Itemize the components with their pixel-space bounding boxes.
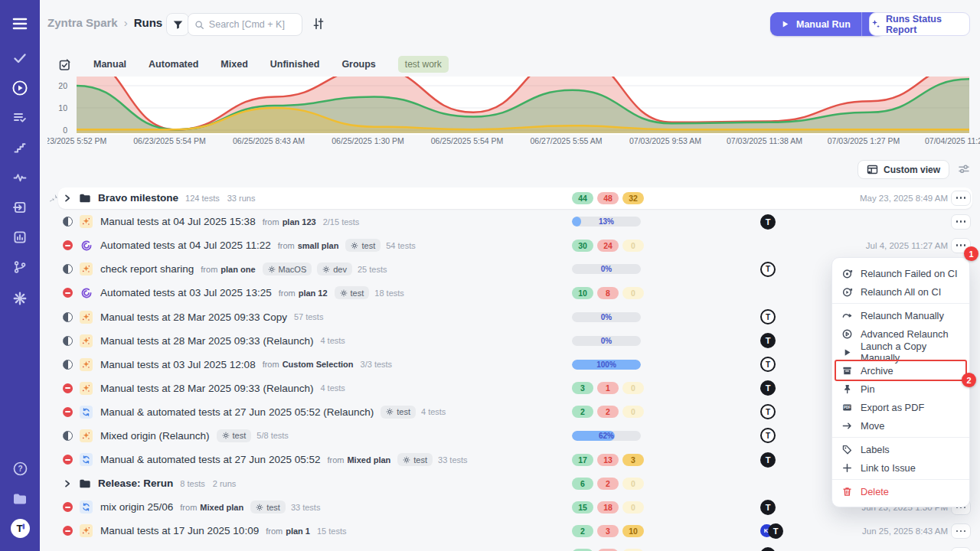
menu-item-delete[interactable]: Delete: [832, 482, 969, 500]
run-title[interactable]: Automated tests at 03 Jul 2025 13:25: [100, 287, 272, 298]
tab-unfinished[interactable]: Unfinished: [270, 59, 320, 70]
menu-item-export-as-pdf[interactable]: PDFExport as PDF: [832, 398, 969, 416]
filter-funnel-button[interactable]: [166, 13, 189, 36]
avatar[interactable]: T: [760, 214, 776, 230]
projects-folder-icon[interactable]: [0, 488, 40, 510]
run-title[interactable]: Manual & automated tests at 27 Jun 2025 …: [100, 454, 320, 465]
tag-pill[interactable]: test: [397, 453, 433, 466]
more-actions-button[interactable]: [951, 547, 971, 551]
status-stopped-icon: [63, 288, 73, 298]
run-title[interactable]: Manual tests at 03 Jul 2025 12:08: [100, 359, 256, 370]
run-title[interactable]: Manual tests at 28 Mar 2025 09:33 Copy: [100, 311, 287, 323]
menu-item-pin[interactable]: Pin: [832, 380, 969, 398]
search-input[interactable]: [209, 19, 296, 30]
list-settings-sliders-icon[interactable]: [958, 163, 970, 175]
run-title[interactable]: check report sharing: [100, 263, 194, 275]
run-title[interactable]: mix origin 25/06: [100, 501, 173, 513]
more-actions-button[interactable]: [951, 214, 971, 230]
avatar[interactable]: T: [760, 404, 776, 419]
tag-pill[interactable]: test: [217, 429, 252, 442]
tab-manual[interactable]: Manual: [93, 59, 126, 70]
tag-pill[interactable]: MacOS: [263, 262, 312, 276]
avatar[interactable]: T: [760, 309, 776, 324]
sidebar: ? T: [0, 0, 40, 551]
tab-automated[interactable]: Automated: [149, 59, 198, 70]
from-label: from: [327, 455, 344, 465]
from-plan-name[interactable]: plan one: [220, 265, 255, 274]
from-plan-name[interactable]: Mixed plan: [200, 503, 243, 512]
menu-item-move[interactable]: Move: [832, 416, 969, 435]
from-plan-name[interactable]: plan 12: [299, 289, 328, 298]
menu-item-archive[interactable]: Archive: [832, 361, 969, 380]
active-filter-tag[interactable]: test work: [398, 56, 449, 73]
expand-chevron-icon[interactable]: [63, 479, 72, 488]
sidebar-item-settings-gear-icon[interactable]: [0, 288, 40, 309]
tab-mixed[interactable]: Mixed: [220, 59, 247, 70]
from-plan-name[interactable]: small plan: [298, 241, 339, 250]
hamburger-menu-icon[interactable]: [0, 13, 40, 34]
avatar[interactable]: T: [760, 262, 776, 277]
menu-item-labels[interactable]: Labels: [832, 440, 969, 458]
tests-count: 25 tests: [358, 265, 387, 274]
from-plan-name[interactable]: Mixed plan: [347, 455, 390, 465]
display-settings-sliders-icon[interactable]: [312, 17, 325, 34]
run-title[interactable]: Manual tests at 28 Mar 2025 09:33 (Relau…: [100, 335, 313, 347]
run-title[interactable]: Mixed origin (Relaunch): [100, 430, 210, 442]
user-avatar[interactable]: T: [0, 517, 40, 539]
assignee-avatars: T: [760, 380, 776, 396]
group-row[interactable]: Bravo milestone124 tests33 runs444832May…: [40, 186, 980, 210]
sidebar-item-tests[interactable]: [0, 47, 40, 69]
menu-item-relaunch-all-on-ci[interactable]: Relaunch All on CI: [832, 282, 969, 301]
tag-pill[interactable]: test: [250, 500, 286, 514]
avatar[interactable]: T: [760, 547, 776, 551]
run-title[interactable]: Manual tests at 04 Jul 2025 15:38: [100, 216, 256, 227]
from-plan-name[interactable]: Custom Selection: [283, 360, 354, 369]
run-title[interactable]: Manual & automated tests at 27 Jun 2025 …: [100, 406, 374, 418]
tag-pill[interactable]: test: [381, 406, 416, 419]
sidebar-item-runs-active[interactable]: [0, 77, 40, 99]
tab-groups[interactable]: Groups: [341, 59, 375, 70]
tag-pill[interactable]: test: [345, 239, 381, 252]
avatar[interactable]: T: [760, 428, 776, 443]
sidebar-item-import[interactable]: [0, 197, 40, 218]
avatar[interactable]: T: [768, 523, 783, 539]
manual-run-button[interactable]: Manual Run: [770, 12, 884, 36]
sidebar-item-plans[interactable]: [0, 107, 40, 129]
menu-item-relaunch-manually[interactable]: Relaunch Manually: [832, 306, 969, 324]
row-stats: 62%: [572, 431, 641, 441]
avatar[interactable]: T: [760, 380, 776, 396]
avatar[interactable]: T: [760, 333, 776, 348]
tag-pill[interactable]: dev: [317, 262, 352, 276]
from-plan-name[interactable]: plan 123: [283, 217, 316, 227]
menu-item-link-to-issue[interactable]: Link to Issue: [832, 458, 969, 477]
menu-item-launch-a-copy-manually[interactable]: Launch a Copy Manually: [832, 343, 969, 361]
runs-status-report-button[interactable]: Runs Status Report: [869, 12, 970, 36]
breadcrumb-project[interactable]: Zyntra Spark: [47, 16, 118, 29]
menu-item-relaunch-failed-on-ci[interactable]: Relaunch Failed on CI: [832, 264, 969, 282]
run-row[interactable]: T: [40, 543, 980, 551]
sidebar-item-branches[interactable]: [0, 256, 40, 278]
y-axis-tick: 10: [41, 103, 67, 112]
sidebar-item-milestones[interactable]: [0, 137, 40, 158]
sidebar-item-reports[interactable]: [0, 227, 40, 248]
expand-chevron-icon[interactable]: [63, 194, 72, 203]
run-title[interactable]: Manual tests at 28 Mar 2025 09:33 (Relau…: [100, 383, 313, 394]
help-icon[interactable]: ?: [0, 458, 40, 479]
from-plan-name[interactable]: plan 1: [286, 527, 310, 536]
more-actions-button[interactable]: [951, 191, 971, 206]
avatar[interactable]: T: [760, 500, 776, 515]
run-title[interactable]: Manual tests at 17 Jun 2025 10:09: [100, 525, 259, 536]
avatar[interactable]: T: [760, 452, 776, 468]
select-runs-icon[interactable]: [58, 58, 71, 71]
tag-pill[interactable]: test: [335, 286, 370, 299]
more-actions-button[interactable]: [951, 523, 971, 539]
run-title[interactable]: Automated tests at 04 Jul 2025 11:22: [100, 240, 271, 251]
row-stats: 444832: [572, 192, 644, 204]
run-row[interactable]: Manual tests at 17 Jun 2025 10:09frompla…: [40, 519, 980, 543]
run-row[interactable]: Manual tests at 04 Jul 2025 15:38frompla…: [40, 210, 980, 233]
custom-view-button[interactable]: Custom view: [858, 160, 949, 179]
sidebar-item-analytics[interactable]: [0, 167, 40, 188]
funnel-icon: [172, 18, 185, 31]
avatar[interactable]: T: [760, 357, 776, 372]
run-row[interactable]: Automated tests at 04 Jul 2025 11:22from…: [40, 233, 980, 257]
